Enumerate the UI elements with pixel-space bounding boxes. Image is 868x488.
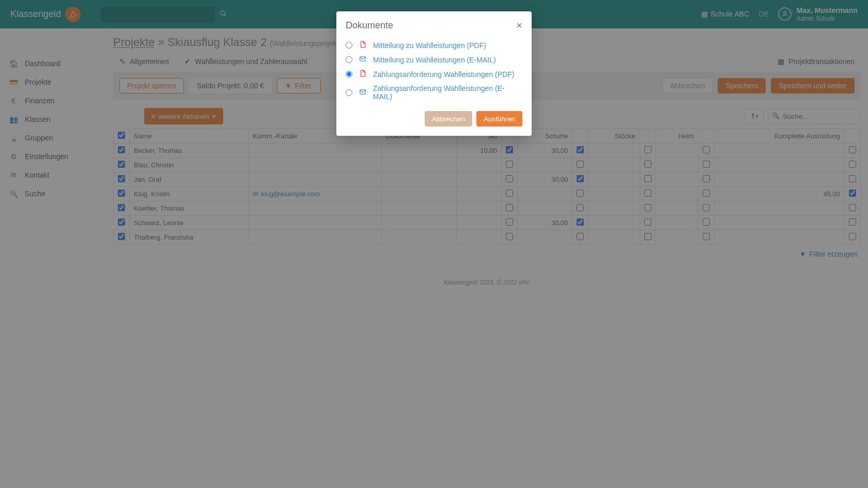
modal-cancel-button[interactable]: Abbrechen — [425, 111, 472, 127]
modal-execute-button[interactable]: Ausführen — [476, 111, 522, 127]
document-label[interactable]: Zahlungsanforderung Wahlleistungen (E-MA… — [373, 84, 522, 101]
modal-title: Dokumente — [346, 20, 393, 31]
document-label[interactable]: Mitteilung zu Wahlleistungen (PDF) — [373, 41, 486, 50]
documents-modal: Dokumente × Mitteilung zu Wahlleistungen… — [336, 11, 532, 136]
modal-close-button[interactable]: × — [516, 20, 522, 32]
pdf-icon — [359, 41, 367, 50]
document-radio[interactable] — [346, 89, 352, 96]
pdf-icon — [359, 70, 367, 78]
document-option: Zahlungsanforderung Wahlleistungen (PDF) — [346, 68, 522, 81]
document-option: Mitteilung zu Wahlleistungen (E-MAIL) — [346, 53, 522, 66]
document-option: Mitteilung zu Wahlleistungen (PDF) — [346, 39, 522, 52]
mail-icon — [359, 88, 367, 97]
document-radio[interactable] — [346, 71, 352, 77]
mail-icon — [359, 55, 367, 64]
document-label[interactable]: Zahlungsanforderung Wahlleistungen (PDF) — [373, 70, 514, 78]
document-option: Zahlungsanforderung Wahlleistungen (E-MA… — [346, 82, 522, 103]
document-radio[interactable] — [346, 42, 352, 49]
document-radio[interactable] — [346, 56, 352, 63]
modal-overlay[interactable]: Dokumente × Mitteilung zu Wahlleistungen… — [0, 0, 868, 488]
document-label[interactable]: Mitteilung zu Wahlleistungen (E-MAIL) — [373, 56, 496, 64]
